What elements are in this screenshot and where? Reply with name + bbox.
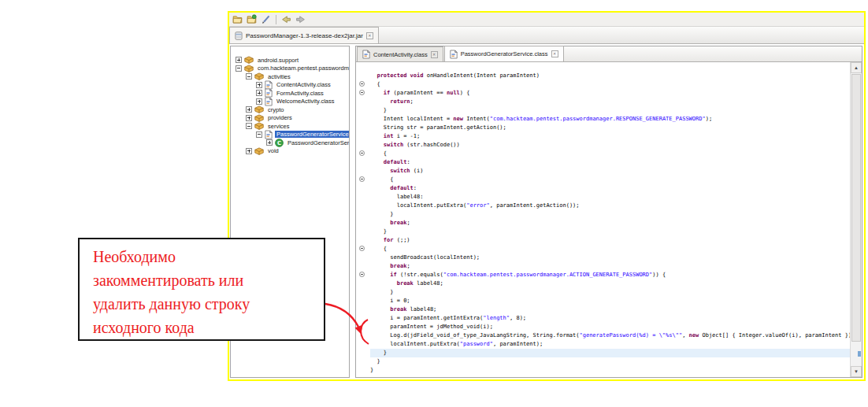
close-tab-icon[interactable]: ✕ xyxy=(366,32,373,39)
code-line: break label48; xyxy=(370,305,850,314)
collapse-icon[interactable] xyxy=(256,131,262,138)
tree-item[interactable]: void xyxy=(233,147,349,156)
vertical-scrollbar[interactable]: ▲ ▼ xyxy=(850,62,862,377)
tree-item[interactable]: services xyxy=(233,122,349,131)
close-tab-icon[interactable]: ✕ xyxy=(551,50,558,57)
code-line: protected void onHandleIntent(Intent par… xyxy=(370,72,850,80)
open-file-icon xyxy=(232,14,243,24)
tree-item-label: providers xyxy=(266,114,294,121)
code-line: if (!str.equals("com.hackteam.pentest.pa… xyxy=(370,271,850,279)
jar-tab[interactable]: PasswordManager-1.3-release-dex2jar.jar … xyxy=(229,27,379,43)
tree-item-label: PasswordGeneratorService.class xyxy=(275,131,350,138)
tree-indent xyxy=(233,101,254,102)
close-tab-icon[interactable]: ✕ xyxy=(431,51,438,58)
forward-button[interactable] xyxy=(295,13,306,25)
fold-collapse-icon[interactable] xyxy=(359,272,365,277)
annotation-text-line: Необходимо xyxy=(93,245,319,268)
tree-indent xyxy=(233,150,243,151)
expand-icon[interactable] xyxy=(246,148,252,154)
back-icon xyxy=(281,14,291,24)
tree-item[interactable]: PasswordGeneratorService.class xyxy=(233,131,349,139)
code-line: switch (i) xyxy=(370,167,850,176)
classfile-icon xyxy=(450,50,458,59)
expand-icon[interactable] xyxy=(256,98,262,105)
classfile-icon xyxy=(362,50,370,59)
code-line: for (;;) xyxy=(370,236,850,245)
code-line: } xyxy=(370,357,850,366)
package-icon xyxy=(244,65,254,72)
editor-tab[interactable]: PasswordGeneratorService.class✕ xyxy=(444,46,564,61)
tree-indent xyxy=(233,76,243,77)
editor-tab-label: ContentActivity.class xyxy=(373,51,428,58)
tree-item[interactable]: activities xyxy=(233,72,349,81)
editor-panel: ContentActivity.class✕PasswordGeneratorS… xyxy=(355,46,862,378)
toolbar-separator xyxy=(276,15,276,24)
collapse-icon[interactable] xyxy=(246,123,252,129)
tree-item[interactable]: providers xyxy=(233,114,349,123)
code-line: } xyxy=(370,228,850,236)
open-type-button[interactable] xyxy=(246,13,258,25)
annotation-text-line: исходного кода xyxy=(93,316,319,339)
code-editor[interactable]: protected void onHandleIntent(Intent par… xyxy=(356,62,862,377)
classfile-icon xyxy=(265,97,273,106)
editor-tab[interactable]: ContentActivity.class✕ xyxy=(357,46,443,61)
expand-icon[interactable] xyxy=(266,139,273,146)
search-icon xyxy=(261,14,271,24)
package-icon xyxy=(254,114,264,122)
tree-item-label: android.support xyxy=(256,57,300,64)
tree-item[interactable]: com.hackteam.pentest.passwordmanager xyxy=(233,65,349,73)
package-icon xyxy=(254,72,264,80)
back-button[interactable] xyxy=(280,13,292,25)
fold-collapse-icon[interactable] xyxy=(359,246,365,251)
collapse-icon[interactable] xyxy=(246,73,252,80)
editor-tab-label: PasswordGeneratorService.class xyxy=(461,50,548,57)
scroll-annotation-mark xyxy=(858,351,861,357)
fold-collapse-icon[interactable] xyxy=(359,90,365,95)
tree-item-label: services xyxy=(266,123,291,130)
tree-item[interactable]: WelcomeActivity.class xyxy=(233,98,349,106)
code-line: i = 0; xyxy=(370,297,850,305)
code-line: } xyxy=(370,349,850,357)
tree-item[interactable]: android.support xyxy=(233,56,349,65)
fold-collapse-icon[interactable] xyxy=(359,81,365,87)
code-line: break; xyxy=(370,262,850,271)
search-button[interactable] xyxy=(260,13,272,25)
tree-item[interactable]: ContentActivity.class xyxy=(233,81,349,90)
scroll-up-icon[interactable]: ▲ xyxy=(851,62,862,73)
expand-icon[interactable] xyxy=(256,82,262,88)
expand-icon[interactable] xyxy=(236,57,242,63)
tree-item-label: PasswordGeneratorService xyxy=(286,139,350,146)
tree-indent xyxy=(233,109,243,110)
scroll-down-icon[interactable]: ▼ xyxy=(851,366,862,377)
jar-tab-bar: PasswordManager-1.3-release-dex2jar.jar … xyxy=(229,27,864,44)
tree-item-label: com.hackteam.pentest.passwordmanager xyxy=(256,65,350,72)
tree-indent xyxy=(233,134,254,135)
code-line: String str = paramIntent.getAction(); xyxy=(370,124,850,132)
annotation-callout: Необходимозакомментировать илиудалить да… xyxy=(78,238,325,341)
tree-item-label: ContentActivity.class xyxy=(275,81,332,88)
code-line: } xyxy=(370,366,850,375)
code-line: default: xyxy=(370,184,850,193)
tree-item-label: crypto xyxy=(266,106,285,113)
fold-collapse-icon[interactable] xyxy=(359,176,365,182)
class-icon: C xyxy=(275,139,284,147)
expand-icon[interactable] xyxy=(246,106,252,113)
annotation-text-line: закомментировать или xyxy=(93,268,319,292)
tree-item-label: FormActivity.class xyxy=(275,90,325,97)
tree-indent xyxy=(233,117,243,118)
open-file-button[interactable] xyxy=(232,13,243,25)
tree-indent xyxy=(233,126,243,127)
toolbar xyxy=(229,13,864,27)
collapse-icon[interactable] xyxy=(236,65,242,72)
code-line: return; xyxy=(370,98,850,106)
code-line: Log.d(jdField_void_of_type_JavaLangStrin… xyxy=(370,331,850,340)
tree-item[interactable]: crypto xyxy=(233,105,349,114)
tree-item[interactable]: CPasswordGeneratorService xyxy=(233,139,349,147)
tree-item[interactable]: FormActivity.class xyxy=(233,89,349,98)
code-line: paramIntent = jdMethod_void(i); xyxy=(370,323,850,331)
expand-icon[interactable] xyxy=(256,90,262,96)
scrollbar-thumb[interactable] xyxy=(851,74,861,342)
code-line: { xyxy=(370,80,850,89)
fold-collapse-icon[interactable] xyxy=(359,150,365,156)
expand-icon[interactable] xyxy=(246,115,252,121)
